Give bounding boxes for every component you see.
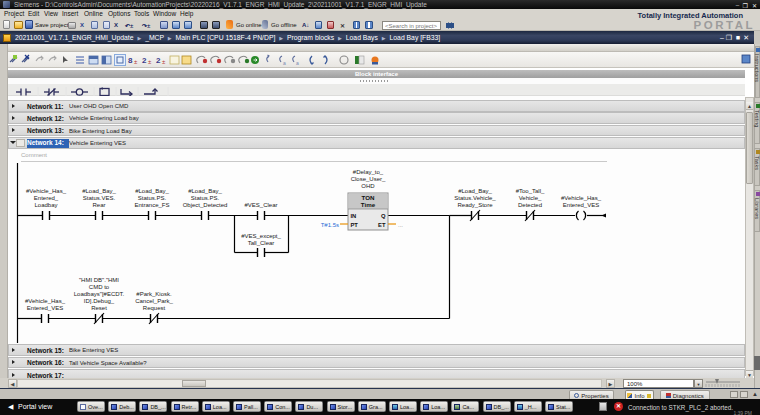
svg-text:Ready_Store: Ready_Store xyxy=(457,202,493,208)
svg-text:Rear: Rear xyxy=(92,202,105,208)
svg-text:TON: TON xyxy=(362,194,375,201)
svg-text:"HMI DB"."HMI: "HMI DB"."HMI xyxy=(79,277,119,283)
svg-text:Reset: Reset xyxy=(91,305,107,311)
svg-text:PT: PT xyxy=(351,222,359,228)
svg-text:ID].Debug_: ID].Debug_ xyxy=(84,298,115,304)
svg-text:Entered_VES: Entered_VES xyxy=(27,305,63,311)
svg-text:Close_User_: Close_User_ xyxy=(351,176,386,182)
svg-text:ET: ET xyxy=(378,222,386,228)
svg-text:Status.VES.: Status.VES. xyxy=(83,195,116,201)
svg-text:#VES_Clear: #VES_Clear xyxy=(244,202,277,208)
svg-text:Status.Vehicle_: Status.Vehicle_ xyxy=(454,195,496,201)
svg-text:#Vehicle_Has_: #Vehicle_Has_ xyxy=(25,298,66,304)
svg-text:Q: Q xyxy=(381,213,386,219)
svg-text:Entrance_FS: Entrance_FS xyxy=(134,202,169,208)
svg-text:#Load_Bay_: #Load_Bay_ xyxy=(135,188,169,194)
svg-text:Comment: Comment xyxy=(21,152,47,158)
svg-text:Detected: Detected xyxy=(518,202,542,208)
svg-text:#Delay_to_: #Delay_to_ xyxy=(353,169,384,175)
svg-text:Status.PS.: Status.PS. xyxy=(138,195,167,201)
svg-text:#VES_except_: #VES_except_ xyxy=(241,233,281,239)
svg-text:Loadbay: Loadbay xyxy=(34,202,57,208)
svg-text:#Park_Kiosk.: #Park_Kiosk. xyxy=(136,291,172,297)
svg-text:Entered_VES: Entered_VES xyxy=(563,202,599,208)
svg-text:#Load_Bay_: #Load_Bay_ xyxy=(458,188,492,194)
svg-text:#Vehicle_Has_: #Vehicle_Has_ xyxy=(26,188,67,194)
svg-text:Vehicle_: Vehicle_ xyxy=(519,195,542,201)
svg-text:Entered_: Entered_ xyxy=(34,195,59,201)
svg-text:Time: Time xyxy=(361,201,376,208)
svg-text:Request: Request xyxy=(143,305,166,311)
svg-text:Tall_Clear: Tall_Clear xyxy=(248,240,275,246)
svg-text:OHD: OHD xyxy=(361,183,375,189)
svg-text:T#1.5s: T#1.5s xyxy=(321,222,339,228)
svg-text:CMD to: CMD to xyxy=(89,284,110,290)
svg-text:#Load_Bay_: #Load_Bay_ xyxy=(82,188,116,194)
svg-text:IN: IN xyxy=(351,213,357,219)
svg-text:Cancel_Park_: Cancel_Park_ xyxy=(135,298,173,304)
svg-text:...: ... xyxy=(398,222,403,228)
svg-text:Status.PS.: Status.PS. xyxy=(191,195,220,201)
svg-text:#Vehicle_Has_: #Vehicle_Has_ xyxy=(561,195,602,201)
svg-text:Object_Detected: Object_Detected xyxy=(183,202,228,208)
svg-text:Loadbays"[#ECDT.: Loadbays"[#ECDT. xyxy=(74,291,125,297)
svg-text:#Load_Bay_: #Load_Bay_ xyxy=(188,188,222,194)
svg-text:#Too_Tall_: #Too_Tall_ xyxy=(516,188,545,194)
